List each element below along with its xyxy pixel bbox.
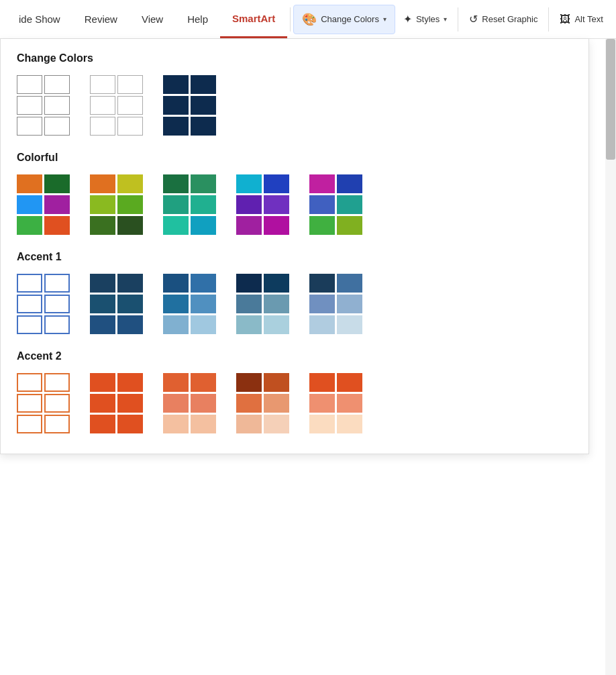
reset-graphic-button[interactable]: ↺ Reset Graphic (461, 5, 546, 34)
swatch-colorful-4[interactable] (236, 174, 289, 235)
ribbon: ide Show Review View Help SmartArt 🎨 Cha… (0, 0, 616, 39)
swatch-colorful-5[interactable] (309, 174, 362, 235)
ribbon-divider-3 (548, 7, 549, 32)
tab-review[interactable]: Review (72, 0, 130, 38)
swatch-accent1-5[interactable] (309, 274, 362, 334)
alt-text-button[interactable]: 🖼 Alt Text (552, 5, 611, 34)
swatch-colorful-1[interactable] (17, 174, 70, 235)
swatch-accent2-4[interactable] (236, 373, 289, 433)
palette-icon: 🎨 (302, 12, 317, 27)
swatch-colorful-3[interactable] (163, 174, 216, 235)
tab-smartart[interactable]: SmartArt (220, 0, 287, 38)
swatch-accent1-3[interactable] (163, 274, 216, 334)
swatch-plain-1[interactable] (17, 75, 70, 136)
swatch-plain-2[interactable] (90, 75, 143, 136)
swatch-accent1-2[interactable] (90, 274, 143, 334)
section-accent1-title: Accent 1 (17, 251, 572, 263)
panel-title: Change Colors (17, 52, 572, 64)
alt-text-label: Alt Text (574, 14, 603, 24)
tab-help[interactable]: Help (175, 0, 220, 38)
section-plain (17, 75, 572, 136)
swatch-accent1-1[interactable] (17, 274, 70, 334)
styles-chevron: ▾ (444, 15, 447, 23)
swatch-accent2-5[interactable] (309, 373, 362, 433)
section-colorful-title: Colorful (17, 152, 572, 164)
ribbon-divider-1 (290, 7, 291, 32)
swatch-accent2-3[interactable] (163, 373, 216, 433)
ribbon-tabs: ide Show Review View Help SmartArt 🎨 Cha… (7, 0, 611, 38)
styles-label: Styles (416, 14, 440, 24)
swatch-accent2-1[interactable] (17, 373, 70, 433)
swatch-colorful-2[interactable] (90, 174, 143, 235)
styles-icon: ✦ (403, 13, 412, 25)
section-colorful (17, 174, 572, 235)
styles-button[interactable]: ✦ Styles ▾ (395, 5, 455, 34)
change-colors-chevron: ▾ (383, 15, 387, 23)
swatch-accent1-4[interactable] (236, 274, 289, 334)
section-accent2-title: Accent 2 (17, 350, 572, 362)
swatch-plain-3[interactable] (163, 75, 216, 136)
section-accent2 (17, 373, 572, 433)
change-colors-label: Change Colors (321, 14, 379, 24)
tab-view[interactable]: View (130, 0, 175, 38)
scrollbar-thumb[interactable] (606, 39, 615, 160)
change-colors-panel: Change Colors (0, 39, 589, 454)
swatch-accent2-2[interactable] (90, 373, 143, 433)
scrollbar[interactable] (605, 39, 616, 675)
ribbon-divider-2 (458, 7, 458, 32)
reset-graphic-label: Reset Graphic (482, 14, 537, 24)
alt-text-icon: 🖼 (560, 13, 570, 25)
reset-icon: ↺ (469, 13, 478, 25)
section-accent1 (17, 274, 572, 334)
tab-slideshow[interactable]: ide Show (7, 0, 72, 38)
change-colors-button[interactable]: 🎨 Change Colors ▾ (293, 5, 395, 34)
